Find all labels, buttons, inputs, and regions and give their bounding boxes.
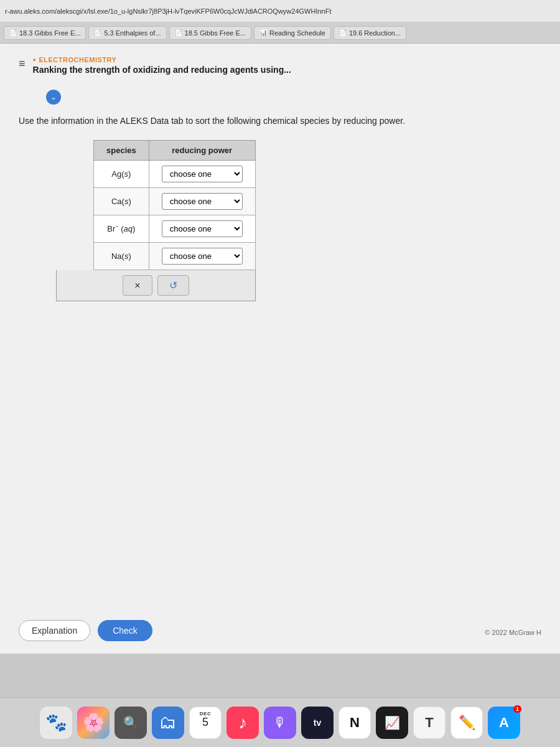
select-cell-br: choose one 1 (weakest) 2 3 4 (strongest) <box>149 215 255 243</box>
finder-icon: 🐾 <box>45 712 67 733</box>
species-br: Br− (aq) <box>94 215 149 243</box>
select-cell-ag: choose one 1 (weakest) 2 3 4 (strongest) <box>149 161 255 188</box>
select-ca[interactable]: choose one 1 (weakest) 2 3 4 (strongest) <box>162 193 243 210</box>
subject-label: ELECTROCHEMISTRY <box>33 56 541 63</box>
calendar-day: 5 <box>202 716 208 729</box>
instruction-text: Use the information in the ALEKS Data ta… <box>19 115 541 128</box>
dock-music[interactable]: ♪ <box>226 707 259 739</box>
tab-5-icon: 📄 <box>339 29 347 36</box>
tab-2[interactable]: 📄 5.3 Enthalpies of... <box>88 26 166 40</box>
dock-type[interactable]: T <box>413 707 446 739</box>
tab-1-label: 18.3 Gibbs Free E... <box>19 29 80 37</box>
tab-4-icon: 📊 <box>259 29 267 36</box>
spotlight-icon: 🔍 <box>123 715 139 730</box>
dock-tv[interactable]: tv <box>301 707 334 739</box>
dock-finder[interactable]: 🐾 <box>40 707 72 739</box>
music-icon: ♪ <box>238 713 247 733</box>
tab-3-label: 18.5 Gibbs Free E... <box>185 29 246 37</box>
bottom-bar: Explanation Check <box>19 620 152 641</box>
tab-2-label: 5.3 Enthalpies of... <box>104 29 161 37</box>
table-row: Na(s) choose one 1 (weakest) 2 3 4 (stro… <box>94 243 256 270</box>
notion-icon: N <box>350 715 360 731</box>
tab-1[interactable]: 📄 18.3 Gibbs Free E... <box>4 26 86 40</box>
dock-bar: 🐾 🌸 🔍 🗂 DEC 5 ♪ 🎙 tv N 📈 T ✏️ A 1 <box>0 697 560 747</box>
tab-2-icon: 📄 <box>94 29 101 36</box>
page-header: ≡ ELECTROCHEMISTRY Ranking the strength … <box>19 56 541 75</box>
dock-photos[interactable]: 🌸 <box>77 707 110 739</box>
folder-icon: 🗂 <box>159 712 177 733</box>
pencil-icon: ✏️ <box>459 715 475 731</box>
tab-bar: 📄 18.3 Gibbs Free E... 📄 5.3 Enthalpies … <box>0 22 560 44</box>
species-table: species reducing power Ag(s) choose one … <box>93 140 256 270</box>
header-text: ELECTROCHEMISTRY Ranking the strength of… <box>33 56 541 75</box>
tab-5[interactable]: 📄 19.6 Reduction... <box>334 26 406 40</box>
species-na: Na(s) <box>94 243 149 270</box>
type-icon: T <box>425 715 433 731</box>
photos-icon: 🌸 <box>83 712 105 733</box>
check-button[interactable]: Check <box>98 620 152 641</box>
dock-appstore[interactable]: A 1 <box>488 707 520 739</box>
browser-url-bar: r-awu.aleks.com/alekscgi/x/lsl.exe/1o_u-… <box>0 0 560 22</box>
tab-1-icon: 📄 <box>9 29 17 36</box>
select-ag[interactable]: choose one 1 (weakest) 2 3 4 (strongest) <box>162 166 243 182</box>
stocks-icon: 📈 <box>385 715 400 730</box>
col-header-species: species <box>94 141 149 161</box>
calendar-month: DEC <box>200 711 211 716</box>
dock-podcasts[interactable]: 🎙 <box>264 707 296 739</box>
page-title: Ranking the strength of oxidizing and re… <box>33 65 541 75</box>
chevron-down-icon[interactable]: ⌄ <box>46 90 61 105</box>
table-row: Ca(s) choose one 1 (weakest) 2 3 4 (stro… <box>94 188 256 215</box>
tab-4-label: Reading Schedule <box>269 29 325 37</box>
explanation-button[interactable]: Explanation <box>19 620 90 641</box>
table-row: Br− (aq) choose one 1 (weakest) 2 3 4 (s… <box>94 215 256 243</box>
table-row: Ag(s) choose one 1 (weakest) 2 3 4 (stro… <box>94 161 256 188</box>
select-na[interactable]: choose one 1 (weakest) 2 3 4 (strongest) <box>162 248 243 265</box>
clear-button[interactable]: × <box>123 275 152 296</box>
hamburger-icon[interactable]: ≡ <box>19 57 26 70</box>
appstore-badge: 1 <box>513 705 521 713</box>
col-header-power: reducing power <box>149 141 255 161</box>
undo-button[interactable]: ↺ <box>157 275 189 296</box>
appstore-icon: A <box>499 715 509 731</box>
dock-folder[interactable]: 🗂 <box>152 707 184 739</box>
action-buttons-row: × ↺ <box>56 270 256 301</box>
select-cell-na: choose one 1 (weakest) 2 3 4 (strongest) <box>149 243 255 270</box>
species-ca: Ca(s) <box>94 188 149 215</box>
select-br[interactable]: choose one 1 (weakest) 2 3 4 (strongest) <box>162 220 243 237</box>
dock-stocks[interactable]: 📈 <box>376 707 408 739</box>
copyright-text: © 2022 McGraw H <box>485 629 541 636</box>
species-ag: Ag(s) <box>94 161 149 188</box>
tab-3-icon: 📄 <box>175 29 182 36</box>
tab-4[interactable]: 📊 Reading Schedule <box>254 26 331 40</box>
dock-pencil[interactable]: ✏️ <box>450 707 483 739</box>
select-cell-ca: choose one 1 (weakest) 2 3 4 (strongest) <box>149 188 255 215</box>
dock-calendar[interactable]: DEC 5 <box>189 707 222 739</box>
tab-3[interactable]: 📄 18.5 Gibbs Free E... <box>169 26 251 40</box>
dock-notion[interactable]: N <box>338 707 371 739</box>
tv-icon: tv <box>314 718 321 728</box>
podcasts-icon: 🎙 <box>273 715 287 731</box>
tab-5-label: 19.6 Reduction... <box>349 29 401 37</box>
main-content: ≡ ELECTROCHEMISTRY Ranking the strength … <box>0 44 560 654</box>
dock-spotlight[interactable]: 🔍 <box>114 707 147 739</box>
species-table-wrapper: species reducing power Ag(s) choose one … <box>56 140 256 301</box>
url-text: r-awu.aleks.com/alekscgi/x/lsl.exe/1o_u-… <box>5 7 555 15</box>
